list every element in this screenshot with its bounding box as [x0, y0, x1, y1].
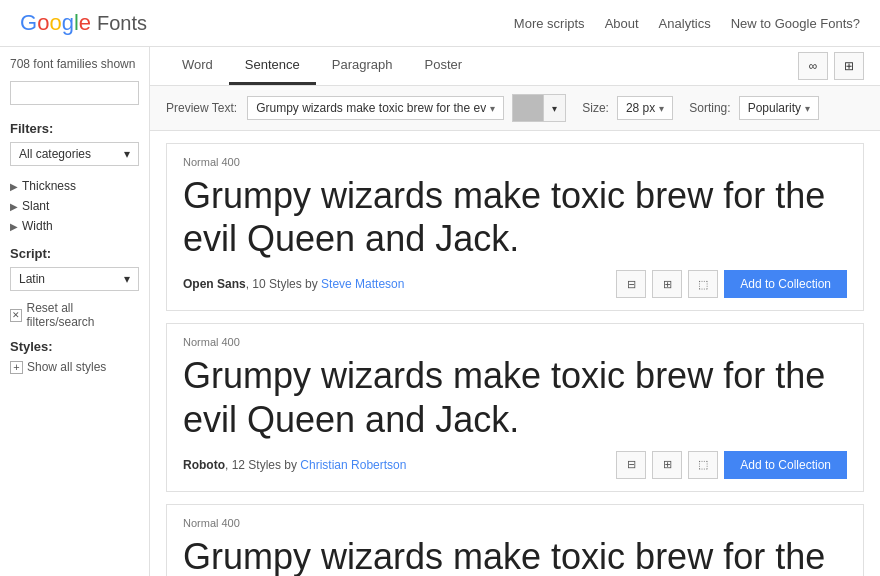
- logo-fonts-text: Fonts: [97, 12, 147, 35]
- compare-button-opensans[interactable]: ⊞: [652, 270, 682, 298]
- font-name-opensans: Open Sans: [183, 277, 246, 291]
- font-info-roboto: Roboto, 12 Styles by Christian Robertson: [183, 458, 406, 472]
- logo-letter-g2: g: [62, 10, 74, 36]
- main-content: Word Sentence Paragraph Poster ∞ ⊞ Previ…: [150, 47, 880, 576]
- google-fonts-logo: Google Fonts: [20, 10, 147, 36]
- font-styles-opensans: , 10 Styles by: [246, 277, 321, 291]
- width-filter[interactable]: ▶ Width: [10, 216, 139, 236]
- size-value: 28 px: [626, 101, 655, 115]
- quick-use-button-roboto[interactable]: ⬚: [688, 451, 718, 479]
- script-title: Script:: [10, 246, 139, 261]
- show-all-styles-button[interactable]: + Show all styles: [10, 360, 139, 374]
- tab-icon-buttons: ∞ ⊞: [798, 52, 864, 80]
- filters-title: Filters:: [10, 121, 139, 136]
- sorting-label: Sorting:: [689, 101, 730, 115]
- font-preview-lato: Grumpy wizards make toxic brew for the e…: [183, 535, 847, 576]
- quick-use-button-opensans[interactable]: ⬚: [688, 270, 718, 298]
- infinity-view-button[interactable]: ∞: [798, 52, 828, 80]
- compare-icon-roboto: ⊞: [663, 458, 672, 471]
- category-chevron-icon: ▾: [124, 147, 130, 161]
- analytics-link[interactable]: Analytics: [659, 16, 711, 31]
- width-label: Width: [22, 219, 53, 233]
- add-to-collection-button-roboto[interactable]: Add to Collection: [724, 451, 847, 479]
- view-family-icon: ⊟: [627, 278, 636, 291]
- logo-letter-o1: o: [37, 10, 49, 36]
- font-card-lato: Normal 400 Grumpy wizards make toxic bre…: [166, 504, 864, 576]
- infinity-icon: ∞: [809, 59, 818, 73]
- preview-text-dropdown[interactable]: Grumpy wizards make toxic brew for the e…: [247, 96, 504, 120]
- quick-use-icon-roboto: ⬚: [698, 458, 708, 471]
- font-actions-opensans: ⊟ ⊞ ⬚ Add to Collection: [616, 270, 847, 298]
- view-tabs: Word Sentence Paragraph Poster: [166, 47, 478, 85]
- add-to-collection-button-opensans[interactable]: Add to Collection: [724, 270, 847, 298]
- slant-filter[interactable]: ▶ Slant: [10, 196, 139, 216]
- sidebar: 708 font families shown Filters: All cat…: [0, 47, 150, 576]
- font-footer-roboto: Roboto, 12 Styles by Christian Robertson…: [183, 451, 847, 479]
- size-select[interactable]: 28 px ▾: [617, 96, 673, 120]
- tab-sentence[interactable]: Sentence: [229, 47, 316, 85]
- slant-label: Slant: [22, 199, 49, 213]
- tab-poster[interactable]: Poster: [408, 47, 478, 85]
- size-arrow-icon: ▾: [659, 103, 664, 114]
- tab-paragraph[interactable]: Paragraph: [316, 47, 409, 85]
- font-author-opensans[interactable]: Steve Matteson: [321, 277, 404, 291]
- styles-title: Styles:: [10, 339, 139, 354]
- reset-filters-button[interactable]: ✕ Reset all filters/search: [10, 301, 139, 329]
- font-info-opensans: Open Sans, 10 Styles by Steve Matteson: [183, 277, 404, 291]
- header-navigation: More scripts About Analytics New to Goog…: [514, 16, 860, 31]
- width-arrow-icon: ▶: [10, 221, 18, 232]
- header: Google Fonts More scripts About Analytic…: [0, 0, 880, 47]
- script-chevron-icon: ▾: [124, 272, 130, 286]
- preview-text-label: Preview Text:: [166, 101, 237, 115]
- about-link[interactable]: About: [605, 16, 639, 31]
- sorting-arrow-icon: ▾: [805, 103, 810, 114]
- thickness-filter[interactable]: ▶ Thickness: [10, 176, 139, 196]
- font-author-roboto[interactable]: Christian Robertson: [300, 458, 406, 472]
- tabs-bar: Word Sentence Paragraph Poster ∞ ⊞: [150, 47, 880, 86]
- show-all-label: Show all styles: [27, 360, 106, 374]
- grid-icon: ⊞: [844, 59, 854, 73]
- font-actions-roboto: ⊟ ⊞ ⬚ Add to Collection: [616, 451, 847, 479]
- logo-letter-g: G: [20, 10, 37, 36]
- color-picker-group: ▾: [512, 94, 566, 122]
- search-input[interactable]: [10, 81, 139, 105]
- font-card-opensans: Normal 400 Grumpy wizards make toxic bre…: [166, 143, 864, 311]
- font-count: 708 font families shown: [10, 57, 139, 71]
- script-dropdown[interactable]: Latin ▾: [10, 267, 139, 291]
- thickness-arrow-icon: ▶: [10, 181, 18, 192]
- tab-word[interactable]: Word: [166, 47, 229, 85]
- grid-view-button[interactable]: ⊞: [834, 52, 864, 80]
- reset-icon: ✕: [10, 309, 22, 322]
- category-label: All categories: [19, 147, 91, 161]
- plus-icon: +: [10, 361, 23, 374]
- logo-letter-o2: o: [49, 10, 61, 36]
- font-meta-roboto: Normal 400: [183, 336, 847, 348]
- preview-text-value: Grumpy wizards make toxic brew for the e…: [256, 101, 486, 115]
- view-family-button-opensans[interactable]: ⊟: [616, 270, 646, 298]
- more-scripts-link[interactable]: More scripts: [514, 16, 585, 31]
- preview-text-arrow-icon: ▾: [490, 103, 495, 114]
- compare-button-roboto[interactable]: ⊞: [652, 451, 682, 479]
- font-meta-opensans: Normal 400: [183, 156, 847, 168]
- color-picker-button[interactable]: [512, 94, 544, 122]
- font-preview-roboto: Grumpy wizards make toxic brew for the e…: [183, 354, 847, 440]
- view-family-button-roboto[interactable]: ⊟: [616, 451, 646, 479]
- styles-section: Styles: + Show all styles: [10, 339, 139, 374]
- font-card-roboto: Normal 400 Grumpy wizards make toxic bre…: [166, 323, 864, 491]
- font-footer-opensans: Open Sans, 10 Styles by Steve Matteson ⊟…: [183, 270, 847, 298]
- font-list: Normal 400 Grumpy wizards make toxic bre…: [150, 143, 880, 576]
- sorting-value: Popularity: [748, 101, 801, 115]
- sorting-select[interactable]: Popularity ▾: [739, 96, 819, 120]
- size-label: Size:: [582, 101, 609, 115]
- script-label: Latin: [19, 272, 45, 286]
- view-family-icon-roboto: ⊟: [627, 458, 636, 471]
- new-to-google-fonts-link[interactable]: New to Google Fonts?: [731, 16, 860, 31]
- preview-toolbar: Preview Text: Grumpy wizards make toxic …: [150, 86, 880, 131]
- thickness-label: Thickness: [22, 179, 76, 193]
- font-name-roboto: Roboto: [183, 458, 225, 472]
- category-dropdown[interactable]: All categories ▾: [10, 142, 139, 166]
- font-preview-opensans: Grumpy wizards make toxic brew for the e…: [183, 174, 847, 260]
- main-layout: 708 font families shown Filters: All cat…: [0, 47, 880, 576]
- color-picker-arrow[interactable]: ▾: [544, 94, 566, 122]
- font-meta-lato: Normal 400: [183, 517, 847, 529]
